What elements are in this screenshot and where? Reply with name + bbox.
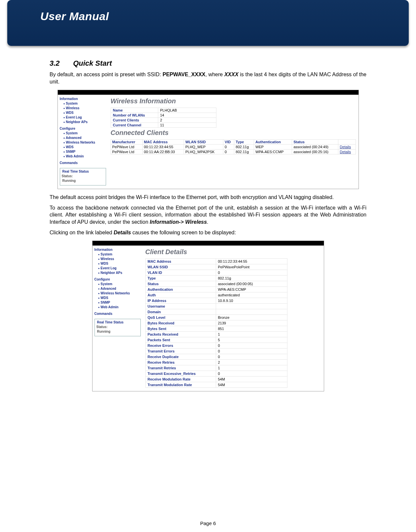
nav-item-conf-wds[interactable]: ∘ WDS xyxy=(60,145,106,150)
nav-item-wds[interactable]: ∘ WDS xyxy=(95,261,141,266)
section-number: 3.2 xyxy=(50,59,71,68)
embed-blackbar xyxy=(58,90,359,95)
connected-clients-table: Manufacturer MAC Address WLAN SSID VID T… xyxy=(111,139,356,154)
realtime-status-legend: Real Time Status xyxy=(96,320,124,325)
rts-status-value: Running xyxy=(62,179,76,183)
nav-item-neighboraps[interactable]: ∘ Neighbor APs xyxy=(60,120,106,124)
panel-title-client-details: Client Details xyxy=(145,248,321,256)
nav-item-eventlog[interactable]: ∘ Event Log xyxy=(95,266,141,271)
wi-name-value: PLHQLAB xyxy=(158,108,216,113)
realtime-status-box: Real Time Status Status: Running xyxy=(60,168,106,185)
nav-heading-configure: Configure xyxy=(60,126,106,131)
cc-th-status: Status xyxy=(292,140,338,145)
wireless-info-table: NamePLHQLAB Number of WLANs14 Current Cl… xyxy=(111,108,216,128)
wi-wlancount-label: Number of WLANs xyxy=(111,113,158,118)
nav-item-wds[interactable]: ∘ WDS xyxy=(60,111,106,115)
nav-heading-commands: Commands xyxy=(95,312,141,316)
section-heading: 3.2 Quick Start xyxy=(50,59,366,68)
cc-th-auth: Authentication xyxy=(254,140,292,145)
section-title: Quick Start xyxy=(73,59,112,67)
nav-item-conf-system[interactable]: ∘ System xyxy=(60,131,106,136)
nav-item-conf-webadmin[interactable]: ∘ Web Admin xyxy=(95,305,141,310)
nav-item-system[interactable]: ∘ System xyxy=(95,252,141,257)
rts-status-value: Running xyxy=(96,330,111,333)
paragraph-backbone: To access the backbone network connected… xyxy=(50,204,366,226)
nav-item-conf-advanced[interactable]: ∘ Advanced xyxy=(60,136,106,140)
embed2-sidebar: Information ∘ System ∘ Wireless ∘ WDS ∘ … xyxy=(93,246,143,391)
realtime-status-legend: Real Time Status xyxy=(62,169,90,174)
wi-name-label: Name xyxy=(111,108,158,113)
embed1-sidebar: Information ∘ System ∘ Wireless ∘ WDS ∘ … xyxy=(58,95,108,189)
nav-item-conf-snmp[interactable]: ∘ SNMP xyxy=(60,150,106,154)
cc-th-ssid: WLAN SSID xyxy=(184,140,223,145)
client-details-table: MAC Address00:11:22:33:44:55 WLAN SSIDPe… xyxy=(145,258,287,388)
realtime-status-box: Real Time Status Status: Running xyxy=(95,319,141,336)
nav-item-neighboraps[interactable]: ∘ Neighbor APs xyxy=(95,271,141,275)
paragraph-bridge: The default access point bridges the Wi-… xyxy=(50,194,366,201)
page-number: Page 6 xyxy=(0,520,416,526)
nav-item-conf-wireless[interactable]: ∘ Wireless Networks xyxy=(95,291,141,296)
nav-item-conf-snmp[interactable]: ∘ SNMP xyxy=(95,300,141,305)
nav-heading-commands: Commands xyxy=(60,161,106,165)
details-link[interactable]: Details xyxy=(340,145,351,149)
panel-title-connected-clients: Connected Clients xyxy=(111,129,356,137)
nav-item-wireless[interactable]: ∘ Wireless xyxy=(60,106,106,111)
nav-heading-information: Information xyxy=(60,97,106,101)
nav-item-eventlog[interactable]: ∘ Event Log xyxy=(60,115,106,120)
wi-channel-value: 11 xyxy=(158,123,216,128)
nav-item-conf-system[interactable]: ∘ System xyxy=(95,282,141,286)
cc-th-manufacturer: Manufacturer xyxy=(111,140,142,145)
paragraph-details-link: Clicking on the link labeled Details cau… xyxy=(50,229,366,236)
wi-clients-label: Current Clients xyxy=(111,118,158,123)
rts-status-label: Status: xyxy=(96,325,108,329)
nav-item-conf-wireless[interactable]: ∘ Wireless Networks xyxy=(60,140,106,145)
nav-item-wireless[interactable]: ∘ Wireless xyxy=(95,257,141,261)
nav-item-conf-advanced[interactable]: ∘ Advanced xyxy=(95,286,141,291)
embedded-ui-client-details: Information ∘ System ∘ Wireless ∘ WDS ∘ … xyxy=(92,241,324,391)
embed-blackbar xyxy=(93,241,324,246)
table-row: PePWave Ltd 00:11:AA:22:BB:33 PLHQ_WPA2P… xyxy=(111,150,356,154)
nav-item-system[interactable]: ∘ System xyxy=(60,101,106,106)
nav-heading-information: Information xyxy=(95,248,141,252)
table-row: PePWave Ltd 00:11:22:33:44:55 PLHQ_WEP 0… xyxy=(111,145,356,150)
cc-th-vid: VID xyxy=(223,140,234,145)
embedded-ui-wireless-info: Information ∘ System ∘ Wireless ∘ WDS ∘ … xyxy=(57,90,359,189)
nav-item-conf-webadmin[interactable]: ∘ Web Admin xyxy=(60,154,106,159)
wi-wlancount-value: 14 xyxy=(158,113,216,118)
details-link[interactable]: Details xyxy=(340,150,351,154)
wi-channel-label: Current Channel xyxy=(111,123,158,128)
paragraph-intro: By default, an access point is preset wi… xyxy=(50,71,366,85)
nav-heading-configure: Configure xyxy=(95,277,141,282)
panel-title-wireless-info: Wireless Information xyxy=(111,97,356,105)
wi-clients-value: 2 xyxy=(158,118,216,123)
doc-banner-title: User Manual xyxy=(7,10,409,23)
cc-th-type: Type xyxy=(234,140,254,145)
nav-item-conf-wds[interactable]: ∘ WDS xyxy=(95,296,141,300)
cc-th-mac: MAC Address xyxy=(142,140,184,145)
rts-status-label: Status: xyxy=(62,174,73,178)
